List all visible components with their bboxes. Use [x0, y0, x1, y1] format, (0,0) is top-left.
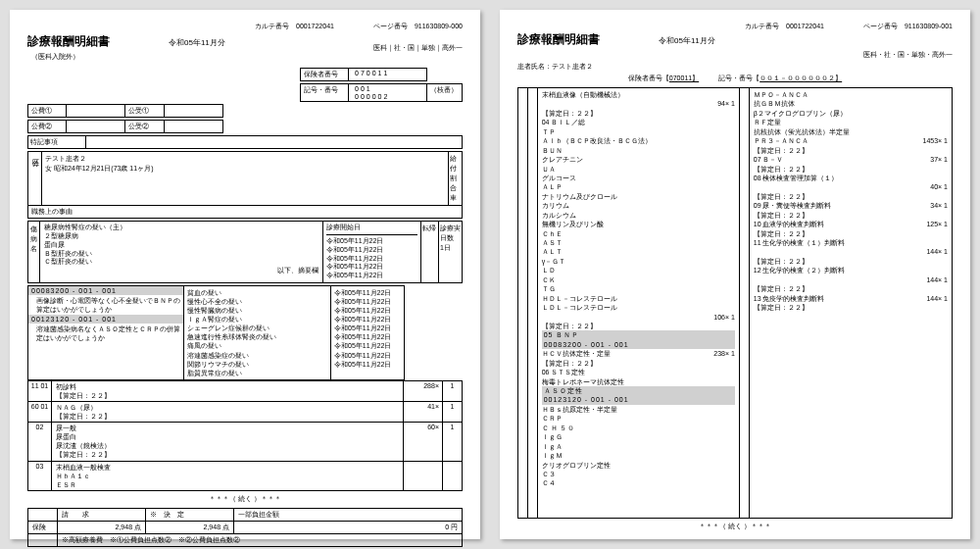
page-1: カルテ番号 0001722041 ページ番号 911630809-000 診療報…	[10, 10, 480, 539]
services: 11 01初診料【算定日：２２】288×1 60 01ＮＡＧ（尿）【算定日：２２…	[27, 380, 463, 491]
diagnosis-block: 傷 病 名 糖尿病性腎症の疑い（主）２型糖尿病 蛋白尿Ｂ型肝炎の疑い Ｃ型肝炎の…	[27, 221, 463, 283]
doc-subtitle: （医科入院外）	[31, 52, 463, 62]
billing-month: 令和05年11月分	[169, 37, 225, 48]
patient-name: テスト患者２	[45, 154, 445, 164]
patient-name-p2: テスト患者２	[552, 63, 593, 70]
categories: 医科｜社・国｜単独｜高外一	[373, 43, 463, 53]
remarks-block: 00083200 - 001 - 001 画像診断・心電図等なく心不全疑いでＢＮ…	[27, 285, 463, 380]
header-meta: カルテ番号 0001722041 ページ番号 911630809-000	[27, 22, 463, 31]
public-payer: 公費① 公受①	[27, 104, 463, 118]
footer-totals: 請 求※ 決 定一部負担金額 保険2,948 点2,948 点0 円 ※高額療養…	[27, 508, 463, 547]
doc-title: 診療報酬明細書	[27, 33, 110, 50]
page-2: カルテ番号 0001722041 ページ番号 911630809-001 診療報…	[500, 10, 970, 539]
lab-results: 末梢血液像（自動機械法）94× 1 【算定日：２２】04 ＢＩＬ／総 ＴＰ Ａｌ…	[517, 87, 953, 519]
patient-block: 区分 テスト患者２女 昭和24年12月21日(73歳 11ヶ月) 給付割合車	[27, 151, 463, 206]
